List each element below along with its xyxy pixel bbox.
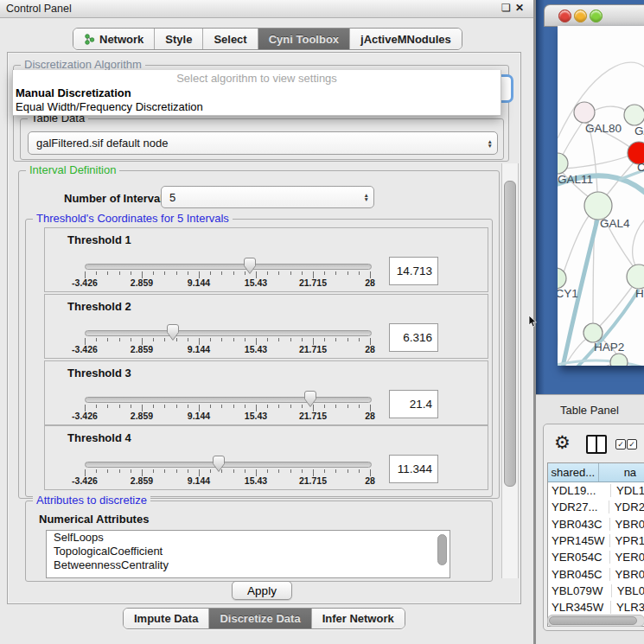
- table-checkbox-icon-1[interactable]: ✓: [615, 439, 626, 450]
- network-node[interactable]: [627, 265, 644, 289]
- tab-select[interactable]: Select: [203, 29, 258, 49]
- table-data-combobox[interactable]: galFiltered.sif default node ▲▼: [28, 131, 498, 155]
- network-node[interactable]: [610, 354, 628, 366]
- network-node[interactable]: [574, 102, 595, 123]
- threshold-panel-3: Threshold 3 -3.4262.8599.14415.4321.7152…: [44, 360, 488, 425]
- cell-name[interactable]: YDL1: [611, 484, 644, 497]
- threshold-1-slider-thumb[interactable]: [244, 258, 256, 274]
- cell-shared-name[interactable]: YLR345W: [548, 601, 611, 614]
- table-row[interactable]: YDL19...YDL1: [548, 482, 644, 499]
- table-row[interactable]: YLR345WYLR3: [548, 599, 644, 615]
- attribute-list-item[interactable]: TopologicalCoefficient: [47, 545, 450, 558]
- column-header-shared-name[interactable]: shared...: [548, 463, 599, 481]
- table-row[interactable]: YPR145WYPR1: [548, 532, 644, 549]
- table-row[interactable]: YBL079WYBL0: [548, 583, 644, 599]
- table-checkbox-icon-2[interactable]: ✓: [627, 439, 637, 450]
- table-settings-gear-icon[interactable]: ⚙: [554, 432, 571, 453]
- window-minimize-traffic-light[interactable]: [574, 10, 587, 22]
- cell-name[interactable]: YBR0: [610, 518, 644, 531]
- attributes-list-scrollbar[interactable]: [436, 531, 448, 576]
- algorithm-option-equal-width[interactable]: Equal Width/Frequency Discretization: [13, 100, 501, 114]
- table-panel-title: Table Panel: [560, 404, 619, 417]
- apply-button[interactable]: Apply: [232, 581, 292, 600]
- window-zoom-traffic-light[interactable]: [590, 10, 603, 22]
- tab-impute-data-label: Impute Data: [134, 612, 198, 625]
- network-node[interactable]: [624, 105, 644, 125]
- attribute-list-item[interactable]: SelfLoops: [47, 531, 450, 545]
- threshold-4-slider-thumb[interactable]: [213, 456, 225, 472]
- network-view-canvas[interactable]: GAL80GACGAL11GAL4GCY1HHAP2: [558, 26, 644, 366]
- cell-name[interactable]: YPR1: [610, 534, 644, 547]
- tab-cyni-toolbox[interactable]: Cyni Toolbox: [258, 29, 350, 49]
- threshold-panel-1: Threshold 1 -3.4262.8599.14415.4321.7152…: [44, 227, 488, 292]
- tick-mark: [267, 405, 268, 408]
- tab-impute-data[interactable]: Impute Data: [124, 609, 209, 628]
- float-window-icon[interactable]: ❏: [501, 2, 511, 14]
- scale-label: 21.715: [299, 344, 327, 354]
- table-row[interactable]: YBR043CYBR0: [548, 516, 644, 532]
- threshold-1-value-field[interactable]: 14.713: [389, 257, 438, 285]
- cell-name[interactable]: YDR2: [609, 501, 644, 513]
- network-edge[interactable]: [594, 106, 628, 112]
- algorithm-dropdown-placeholder: Select algorithm to view settings: [13, 70, 501, 86]
- tab-jactivemnodules[interactable]: jActiveMNodules: [350, 29, 462, 49]
- number-of-intervals-combobox[interactable]: 5 ▲▼: [161, 186, 374, 208]
- scale-label: 28: [365, 344, 375, 354]
- tab-discretize-data[interactable]: Discretize Data: [209, 609, 311, 628]
- threshold-2-slider-thumb[interactable]: [167, 324, 179, 341]
- tick-mark: [176, 271, 177, 275]
- network-node[interactable]: [584, 192, 612, 220]
- scale-label: 2.859: [131, 411, 153, 421]
- network-window-titlebar[interactable]: [544, 4, 644, 27]
- network-edge[interactable]: [558, 360, 644, 366]
- threshold-1-slider-track[interactable]: [85, 264, 372, 270]
- tab-infer-network-label: Infer Network: [322, 612, 394, 625]
- threshold-2-value-field[interactable]: 6.316: [389, 323, 438, 352]
- network-edge[interactable]: [633, 218, 644, 265]
- panel-vertical-scrollbar-thumb[interactable]: [504, 181, 516, 487]
- threshold-3-slider-track[interactable]: [85, 397, 372, 403]
- cell-shared-name[interactable]: YDL19...: [548, 484, 611, 497]
- cell-shared-name[interactable]: YBR043C: [548, 518, 610, 531]
- threshold-4-slider-track[interactable]: [85, 462, 372, 468]
- threshold-3-slider-thumb[interactable]: [304, 391, 316, 407]
- cell-shared-name[interactable]: YBR045C: [548, 568, 610, 581]
- cell-name[interactable]: YLR3: [611, 601, 644, 614]
- tab-network[interactable]: Network: [73, 29, 155, 49]
- scale-label: 15.43: [245, 475, 267, 486]
- cell-name[interactable]: YER0: [610, 551, 644, 564]
- panel-vertical-scrollbar[interactable]: [501, 163, 519, 578]
- tick-mark: [107, 469, 108, 473]
- table-row[interactable]: YER054CYER0: [548, 549, 644, 565]
- cell-shared-name[interactable]: YBL079W: [548, 584, 612, 597]
- threshold-3-value-field[interactable]: 21.4: [389, 390, 438, 418]
- network-edge[interactable]: [564, 156, 629, 169]
- threshold-2-slider-track[interactable]: [85, 330, 372, 336]
- tick-mark: [233, 338, 234, 341]
- table-columns-icon[interactable]: [586, 435, 607, 454]
- network-node[interactable]: [583, 323, 603, 342]
- table-horizontal-scrollbar-thumb[interactable]: [549, 616, 637, 625]
- cell-shared-name[interactable]: YDR27...: [548, 501, 609, 513]
- column-header-name[interactable]: na: [599, 463, 644, 481]
- table-row[interactable]: YDR27...YDR2: [548, 499, 644, 515]
- cell-shared-name[interactable]: YPR145W: [548, 534, 610, 547]
- tick-mark: [245, 469, 245, 473]
- attribute-list-item[interactable]: BetweennessCentrality: [47, 558, 450, 572]
- table-horizontal-scrollbar[interactable]: [547, 615, 644, 627]
- numerical-attributes-list[interactable]: SelfLoopsTopologicalCoefficientBetweenne…: [46, 530, 450, 578]
- network-node[interactable]: [558, 268, 566, 289]
- tab-infer-network[interactable]: Infer Network: [312, 609, 405, 628]
- table-row[interactable]: YBR045CYBR0: [548, 565, 644, 582]
- cell-shared-name[interactable]: YER054C: [548, 551, 610, 564]
- network-node[interactable]: [558, 153, 568, 174]
- window-close-traffic-light[interactable]: [558, 10, 571, 22]
- tab-style[interactable]: Style: [155, 29, 203, 49]
- attributes-list-scrollbar-thumb[interactable]: [437, 534, 447, 565]
- cell-name[interactable]: YBR0: [610, 568, 644, 581]
- cell-name[interactable]: YBL0: [612, 584, 644, 597]
- close-icon[interactable]: ✕: [515, 2, 524, 14]
- scale-label: 9.144: [188, 411, 210, 421]
- threshold-4-value-field[interactable]: 11.344: [389, 455, 438, 483]
- algorithm-option-manual[interactable]: Manual Discretization: [13, 86, 501, 100]
